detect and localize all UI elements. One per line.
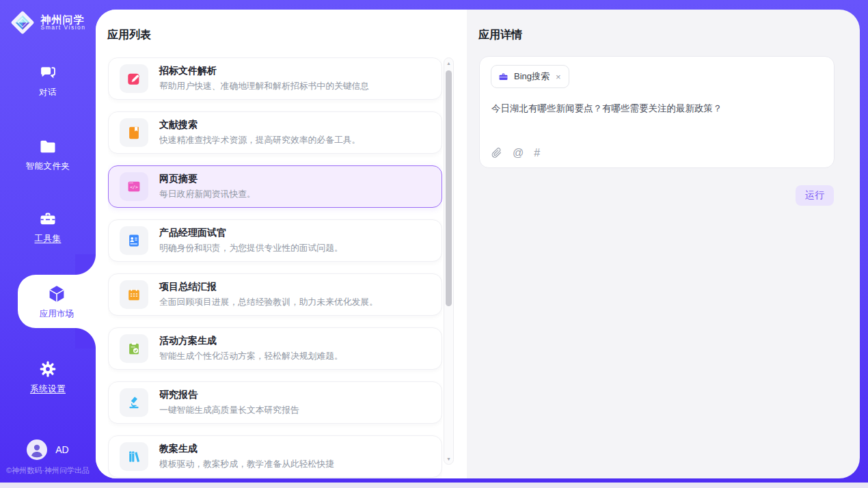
app-card-literature-search[interactable]: 文献搜索 快速精准查找学术资源，提高研究效率的必备工具。 xyxy=(108,111,442,154)
app-card-desc: 明确身份和职责，为您提供专业性的面试问题。 xyxy=(159,243,343,254)
app-card-desc: 模板驱动，教案秒成，教学准备从此轻松快捷 xyxy=(159,459,334,470)
briefcase-icon xyxy=(498,72,508,82)
app-card-web-summary-selected[interactable]: </> 网页摘要 每日政府新闻资讯快查。 xyxy=(108,165,442,208)
app-card-name: 文献搜索 xyxy=(159,119,360,131)
browser-code-icon: </> xyxy=(120,172,148,201)
edit-square-icon xyxy=(120,64,148,93)
app-list-panel: 应用列表 招标文件解析 帮助用户快速、准确地理解和解析招标书中的关键信息 xyxy=(96,10,467,478)
app-card-desc: 帮助用户快速、准确地理解和解析招标书中的关键信息 xyxy=(159,81,369,92)
close-icon[interactable]: × xyxy=(555,72,562,81)
sidebar-item-settings[interactable]: 系统设置 xyxy=(30,360,66,395)
books-icon xyxy=(120,442,148,471)
toolbox-icon xyxy=(38,209,57,228)
app-card-desc: 一键智能生成高质量长文本研究报告 xyxy=(159,405,299,416)
content-container: 应用列表 招标文件解析 帮助用户快速、准确地理解和解析招标书中的关键信息 xyxy=(96,10,860,478)
app-card-name: 招标文件解析 xyxy=(159,65,369,77)
query-text-input[interactable]: 今日湖北有哪些新闻要点？有哪些需要关注的最新政策？ xyxy=(491,102,823,116)
cube-icon xyxy=(46,284,67,304)
app-card-name: 产品经理面试官 xyxy=(159,227,343,239)
app-card-name: 教案生成 xyxy=(159,443,334,455)
app-card-lesson-plan[interactable]: 教案生成 模板驱动，教案秒成，教学准备从此轻松快捷 xyxy=(108,435,442,478)
app-card-bid-parse[interactable]: 招标文件解析 帮助用户快速、准确地理解和解析招标书中的关键信息 xyxy=(108,57,442,100)
scrollbar-thumb[interactable] xyxy=(446,70,452,306)
app-card-desc: 每日政府新闻资讯快查。 xyxy=(159,189,256,200)
sidebar: 神州问学 Smart Vision 对话 智能文件夹 xyxy=(0,0,96,483)
calendar-icon xyxy=(120,280,148,309)
folder-icon xyxy=(38,137,57,156)
paperclip-icon[interactable] xyxy=(491,147,502,159)
app-card-name: 网页摘要 xyxy=(159,173,256,185)
brand-name: 神州问学 xyxy=(40,14,85,25)
app-card-name: 项目总结汇报 xyxy=(159,281,378,293)
app-card-desc: 全面回顾项目进展，总结经验教训，助力未来优化发展。 xyxy=(159,297,378,308)
run-button[interactable]: 运行 xyxy=(796,185,834,206)
sidebar-item-toolset[interactable]: 工具集 xyxy=(35,209,62,245)
sidebar-nav: 对话 智能文件夹 工 xyxy=(0,36,96,439)
brand-logo: 神州问学 Smart Vision xyxy=(0,10,96,36)
sidebar-item-label: 应用市场 xyxy=(40,308,74,320)
list-scrollbar[interactable]: ▲ ▼ xyxy=(444,57,454,465)
user-initials: AD xyxy=(55,444,68,455)
app-card-event-plan[interactable]: 活动方案生成 智能生成个性化活动方案，轻松解决规划难题。 xyxy=(108,327,442,370)
copyright-text: ©神州数码·神州问学出品 xyxy=(6,465,90,476)
app-card-project-summary[interactable]: 项目总结汇报 全面回顾项目进展，总结经验教训，助力未来优化发展。 xyxy=(108,273,442,316)
svg-text:</>: </> xyxy=(130,185,138,190)
clipboard-check-icon xyxy=(120,334,148,363)
app-detail-panel: 应用详情 Bing搜索 × 今日湖北有哪些新闻要点？有哪些需要关注的最新政策？ xyxy=(467,10,860,478)
app-card-list: 招标文件解析 帮助用户快速、准确地理解和解析招标书中的关键信息 文献搜索 快速精… xyxy=(108,57,442,478)
mention-at-icon[interactable]: @ xyxy=(513,148,524,159)
tool-chip-label: Bing搜索 xyxy=(514,70,550,83)
sidebar-item-smart-folder[interactable]: 智能文件夹 xyxy=(26,137,70,172)
avatar xyxy=(27,439,47,460)
gear-icon xyxy=(38,360,57,379)
prompt-input-card: Bing搜索 × 今日湖北有哪些新闻要点？有哪些需要关注的最新政策？ @ # xyxy=(479,56,835,168)
app-detail-title: 应用详情 xyxy=(478,28,522,42)
app-card-research-report[interactable]: 研究报告 一键智能生成高质量长文本研究报告 xyxy=(108,381,442,424)
app-card-pm-interviewer[interactable]: 产品经理面试官 明确身份和职责，为您提供专业性的面试问题。 xyxy=(108,219,442,262)
scroll-up-icon[interactable]: ▲ xyxy=(444,61,453,66)
app-card-name: 研究报告 xyxy=(159,389,299,401)
sidebar-item-chat[interactable]: 对话 xyxy=(38,63,57,98)
sidebar-item-app-market-active[interactable]: 应用市场 xyxy=(18,275,96,328)
chat-icon xyxy=(38,63,57,82)
app-card-name: 活动方案生成 xyxy=(159,335,343,347)
input-toolbar: @ # xyxy=(491,147,540,159)
resume-icon xyxy=(120,226,148,255)
gem-logo-icon xyxy=(10,10,36,36)
sidebar-item-label: 对话 xyxy=(39,87,57,98)
hash-icon[interactable]: # xyxy=(534,148,540,159)
microscope-icon xyxy=(120,388,148,417)
sidebar-item-label: 系统设置 xyxy=(30,383,66,395)
app-card-desc: 智能生成个性化活动方案，轻松解决规划难题。 xyxy=(159,351,343,362)
book-icon xyxy=(120,118,148,147)
app-list-title: 应用列表 xyxy=(107,28,151,42)
brand-subtitle: Smart Vision xyxy=(40,25,85,31)
user-account[interactable]: AD xyxy=(27,439,68,460)
app-card-desc: 快速精准查找学术资源，提高研究效率的必备工具。 xyxy=(159,135,360,146)
bottom-edge-strip xyxy=(0,483,868,488)
tool-chip-bing-search[interactable]: Bing搜索 × xyxy=(491,65,569,88)
sidebar-item-label: 工具集 xyxy=(35,233,62,245)
scroll-down-icon[interactable]: ▼ xyxy=(444,457,453,461)
sidebar-item-label: 智能文件夹 xyxy=(26,161,70,172)
